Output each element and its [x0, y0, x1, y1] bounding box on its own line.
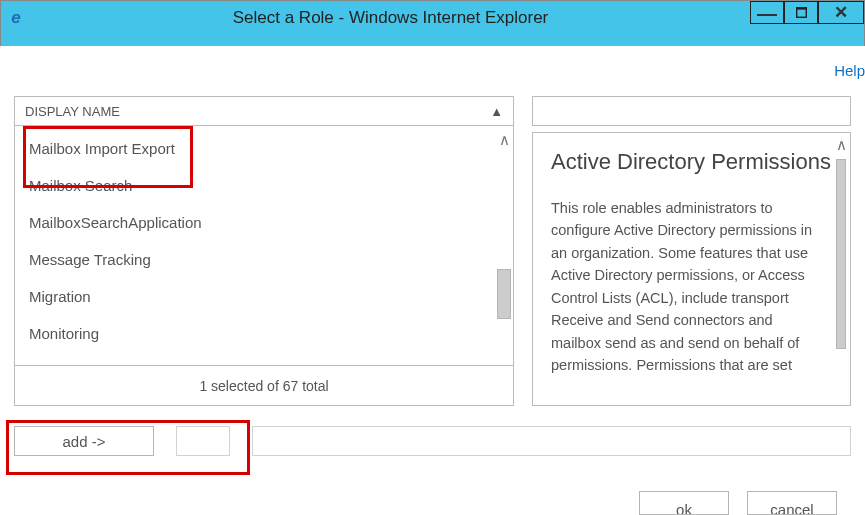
- role-list-pane: DISPLAY NAME ▲ Mailbox Import Export Mai…: [14, 96, 514, 406]
- added-roles-target-small[interactable]: [176, 426, 230, 456]
- internet-explorer-icon: e: [1, 8, 31, 28]
- help-link[interactable]: Help: [834, 62, 865, 79]
- added-roles-target[interactable]: [252, 426, 851, 456]
- list-item[interactable]: MailboxSearchApplication: [29, 214, 499, 231]
- list-header[interactable]: DISPLAY NAME ▲: [14, 96, 514, 126]
- scroll-up-icon[interactable]: ∧: [495, 126, 513, 154]
- list-footer: 1 selected of 67 total: [14, 366, 514, 406]
- list-item[interactable]: Message Tracking: [29, 251, 499, 268]
- minimize-button[interactable]: —: [750, 1, 784, 24]
- scroll-thumb[interactable]: [497, 269, 511, 319]
- selection-count-label: 1 selected of 67 total: [199, 378, 328, 394]
- details-scrollbar[interactable]: ∧: [832, 133, 850, 405]
- list-item[interactable]: Mailbox Import Export: [29, 140, 499, 157]
- scroll-track[interactable]: [497, 154, 511, 365]
- list-item[interactable]: Org Marketplace Apps: [29, 362, 499, 366]
- details-pane: Active Directory Permissions This role e…: [532, 96, 851, 406]
- details-body: This role enables administrators to conf…: [551, 197, 832, 377]
- list-header-label: DISPLAY NAME: [25, 104, 120, 119]
- window-titlebar: e Select a Role - Windows Internet Explo…: [0, 0, 865, 34]
- ok-button[interactable]: ok: [639, 491, 729, 515]
- list-item[interactable]: Monitoring: [29, 325, 499, 342]
- dialog-buttons: ok cancel: [639, 491, 837, 515]
- list-item[interactable]: Migration: [29, 288, 499, 305]
- scroll-thumb[interactable]: [836, 159, 846, 349]
- scroll-up-icon[interactable]: ∧: [832, 133, 850, 157]
- window-title: Select a Role - Windows Internet Explore…: [31, 8, 750, 28]
- maximize-button[interactable]: [784, 1, 818, 24]
- list-body: Mailbox Import Export Mailbox Search Mai…: [14, 126, 514, 366]
- list-scrollbar[interactable]: ∧: [495, 126, 513, 365]
- add-row: add ->: [14, 426, 851, 456]
- window-controls: — ✕: [750, 1, 864, 34]
- list-item[interactable]: Mailbox Search: [29, 177, 499, 194]
- sort-ascending-icon: ▲: [490, 104, 503, 119]
- search-input[interactable]: [532, 96, 851, 126]
- details-title: Active Directory Permissions: [551, 149, 832, 175]
- close-button[interactable]: ✕: [818, 1, 864, 24]
- add-button[interactable]: add ->: [14, 426, 154, 456]
- details-box: Active Directory Permissions This role e…: [532, 132, 851, 406]
- cancel-button[interactable]: cancel: [747, 491, 837, 515]
